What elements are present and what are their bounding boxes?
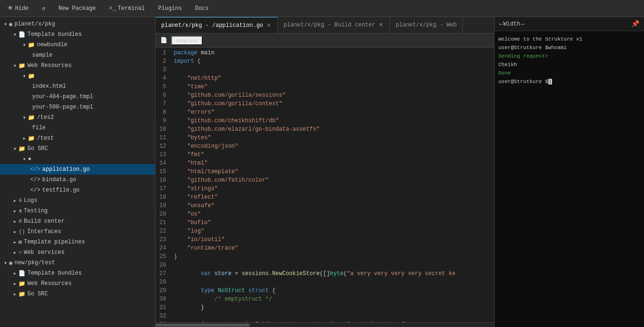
code-line: "errors" (172, 108, 494, 117)
expand-icon: ▾ (4, 21, 7, 28)
interfaces-label: Interfaces (27, 228, 61, 235)
main-layout: ▾ ◉ planet/x/pkg ▾ 📄 Template bundles ▾ … (0, 17, 644, 327)
template-bundles-icon: 📄 (18, 31, 25, 38)
sidebar-item-application-go[interactable]: </> application.go (0, 164, 155, 175)
terminal-cheikh: Cheikh (498, 60, 640, 69)
tab-label: planet/x/pkg - /application.go (161, 22, 263, 29)
500-page-label: your-500-page.tmpl (32, 104, 93, 110)
terminal-prompt2: user@Strutkure $| (498, 77, 640, 86)
code-line: "html" (172, 159, 494, 168)
code-line: "github.com/fatih/color" (172, 176, 494, 184)
expand-icon: ▸ (13, 218, 17, 225)
expand-icon: ▸ (13, 291, 17, 298)
tab-web[interactable]: planet/x/pkg - Web (390, 17, 463, 33)
sidebar-item-logs[interactable]: ▸ ≡ Logs (0, 195, 155, 206)
sidebar-item-interfaces[interactable]: ▸ ⟨⟩ Interfaces (0, 226, 155, 237)
toolbar: 👁 Hide ↺ New Package >_ Terminal Plugins… (0, 0, 644, 17)
horizontal-scrollbar[interactable] (156, 322, 494, 327)
sidebar-item-go-src[interactable]: ▾ 📁 Go SRC (0, 143, 155, 154)
terminal-header: ← Width → 📌 (495, 17, 644, 31)
wrap-text-button[interactable]: Wrap text (171, 36, 203, 45)
hide-label: Hide (15, 5, 29, 12)
left-arrow-icon[interactable]: ← (499, 20, 503, 28)
web-services-label: Web services (24, 249, 64, 256)
refresh-icon: ↺ (42, 5, 45, 12)
sidebar-item-pkg1[interactable]: ▾ ◉ planet/x/pkg (0, 19, 155, 29)
close-tab-build-center[interactable]: × (378, 22, 384, 28)
hide-button[interactable]: 👁 Hide (5, 3, 32, 14)
sidebar-item-index-html[interactable]: index.html (0, 81, 155, 92)
refresh-button[interactable]: ↺ (39, 3, 48, 14)
sidebar-item-pkg2[interactable]: ▾ ◉ new/pkg/test (0, 258, 155, 268)
docs-label: Docs (195, 5, 209, 12)
sidebar-item-newbundle[interactable]: ▾ 📁 newbundle (0, 40, 155, 50)
sidebar-item-test[interactable]: ▸ 📁 /test (0, 133, 155, 143)
scrollbar-thumb[interactable] (156, 324, 250, 327)
logs-label: Logs (24, 197, 37, 204)
pkg1-label: planet/x/pkg (14, 21, 55, 27)
code-line: ) (172, 252, 494, 261)
expand-icon: ▸ (13, 280, 17, 287)
sidebar-item-folder-dot[interactable]: ▾ 📁 (0, 71, 155, 81)
web-services-icon: ○ (18, 249, 22, 256)
code-content[interactable]: package main import ( "net/http" "time" … (172, 48, 494, 322)
right-arrow-icon[interactable]: → (520, 20, 524, 28)
sidebar: ▾ ◉ planet/x/pkg ▾ 📄 Template bundles ▾ … (0, 17, 156, 327)
line-numbers: 12345 678910 1112131415 1617181920 21222… (156, 48, 172, 322)
new-package-button[interactable]: New Package (56, 3, 99, 14)
editor-toolbar: 📄 Wrap text (156, 34, 494, 48)
code-line: /* emptystruct */ (172, 295, 494, 303)
sidebar-item-template-pipelines[interactable]: ▸ ⊞ Template pipelines (0, 237, 155, 247)
sidebar-item-testfile-go[interactable]: </> testfile.go (0, 185, 155, 195)
pin-icon[interactable]: 📌 (631, 20, 639, 28)
sidebar-item-template-bundles[interactable]: ▾ 📄 Template bundles (0, 29, 155, 40)
sidebar-item-dot[interactable]: ▾ ● (0, 154, 155, 164)
code-icon: </> (30, 166, 41, 173)
tab-application-go[interactable]: planet/x/pkg - /application.go × (156, 17, 278, 33)
sidebar-item-file[interactable]: file (0, 123, 155, 133)
terminal-panel: ← Width → 📌 Welcome to the Strukture v1 … (494, 17, 644, 327)
code-line: "time" (172, 83, 494, 91)
pipelines-icon: ⊞ (18, 239, 22, 246)
code-line: } (172, 303, 494, 312)
terminal-button[interactable]: >_ Terminal (106, 3, 148, 14)
package-icon: ◉ (9, 21, 12, 28)
wrap-text-label: Wrap text (176, 38, 198, 43)
new-package-label: New Package (58, 5, 96, 12)
editor-area: planet/x/pkg - /application.go × planet/… (156, 17, 494, 327)
404-page-label: your-404-page.tmpl (32, 93, 93, 100)
plugins-label: Plugins (158, 5, 182, 12)
sidebar-item-wr2[interactable]: ▸ 📁 Web Resources (0, 278, 155, 289)
docs-button[interactable]: Docs (192, 3, 212, 14)
sidebar-item-bindata-go[interactable]: </> bindata.go (0, 175, 155, 185)
code-editor[interactable]: 12345 678910 1112131415 1617181920 21222… (156, 48, 494, 322)
sidebar-item-testing[interactable]: ▸ ⚗ Testing (0, 206, 155, 216)
sidebar-item-500-page[interactable]: your-500-page.tmpl (0, 102, 155, 112)
test-label: /test (37, 135, 54, 142)
sidebar-item-sample[interactable]: sample (0, 50, 155, 60)
sidebar-item-gs2[interactable]: ▸ 📁 Go SRC (0, 289, 155, 299)
sidebar-item-tes2[interactable]: ▾ 📁 /tes2 (0, 112, 155, 123)
sidebar-item-build-center[interactable]: ▸ ≡ Build center (0, 216, 155, 226)
sidebar-item-404-page[interactable]: your-404-page.tmpl (0, 92, 155, 102)
go-src-label: Go SRC (27, 145, 48, 152)
terminal-sending: Sending request> (498, 52, 640, 60)
wr2-label: Web Resources (27, 280, 72, 287)
plugins-button[interactable]: Plugins (155, 3, 184, 14)
build-center-label: Build center (24, 218, 64, 225)
sidebar-item-web-services[interactable]: ▸ ○ Web services (0, 247, 155, 258)
sidebar-item-tb2[interactable]: ▸ 📄 Template bundles (0, 268, 155, 278)
terminal-content: Welcome to the Strukture v1 user@Strutku… (495, 31, 644, 327)
tab-build-center[interactable]: planet/x/pkg - Build center × (278, 17, 390, 33)
sidebar-item-web-resources[interactable]: ▾ 📁 Web Resources (0, 60, 155, 71)
bindata-go-label: bindata.go (42, 176, 76, 183)
terminal-label: Terminal (118, 5, 145, 12)
expand-icon: ▾ (13, 62, 17, 69)
code-line: import ( (172, 57, 494, 66)
expand-icon: ▾ (4, 260, 7, 267)
package-icon: ◉ (9, 260, 12, 267)
hide-icon: 👁 (8, 5, 13, 12)
wr2-icon: 📁 (18, 280, 25, 287)
close-tab-application-go[interactable]: × (266, 22, 272, 29)
testfile-go-label: testfile.go (42, 187, 80, 193)
